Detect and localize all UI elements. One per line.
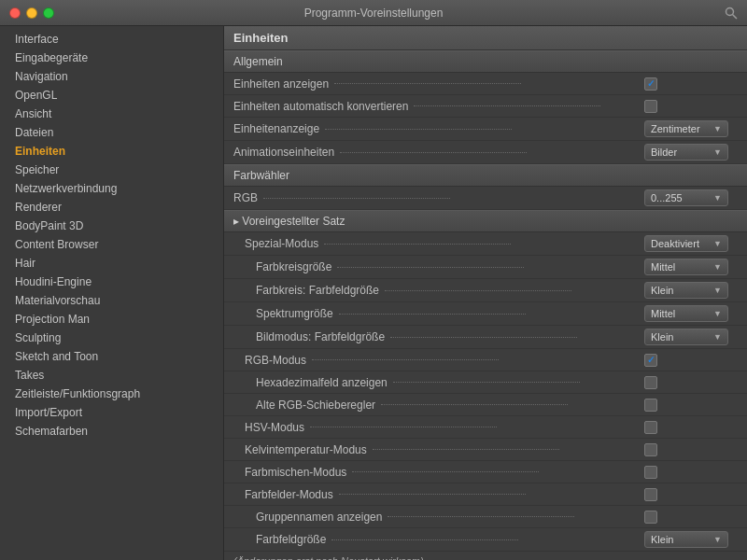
window-title: Programm-Voreinstellungen (304, 7, 444, 20)
chevron-down-icon: ▼ (708, 262, 722, 272)
svg-line-1 (733, 14, 738, 19)
farbfeldgroesse-select[interactable]: Klein ▼ (644, 531, 728, 548)
farbmischen-control (644, 466, 738, 479)
dotted-line (312, 359, 499, 360)
maximize-button[interactable] (43, 7, 54, 19)
rgb-select[interactable]: 0...255 ▼ (644, 189, 728, 206)
sidebar-item-sketchandtoon[interactable]: Sketch and Toon (0, 347, 223, 366)
rgb-row: RGB 0...255 ▼ (224, 187, 747, 210)
alte-rgb-row: Alte RGB-Schieberegler (224, 394, 747, 416)
sidebar-item-houdiniengine[interactable]: Houdini-Engine (0, 273, 223, 291)
hsv-modus-checkbox[interactable] (644, 421, 657, 434)
sidebar-item-eingabegeraete[interactable]: Eingabegeräte (0, 49, 223, 67)
sidebar-item-opengl[interactable]: OpenGL (0, 86, 223, 105)
farbkreisgroesse-control[interactable]: Mittel ▼ (644, 259, 738, 275)
chevron-down-icon: ▼ (708, 239, 722, 248)
sidebar-item-importexport[interactable]: Import/Export (0, 403, 223, 422)
einheiten-konvertieren-row: Einheiten automatisch konvertieren (224, 95, 747, 118)
sidebar-item-dateien[interactable]: Dateien (0, 123, 223, 142)
sidebar-item-renderer[interactable]: Renderer (0, 198, 223, 217)
farbkreis-farbfeld-select[interactable]: Klein ▼ (644, 282, 728, 299)
einheitenanzeige-control[interactable]: Zentimeter ▼ (644, 120, 738, 137)
minimize-button[interactable] (26, 7, 37, 19)
farbkreisgroesse-row: Farbkreisgröße Mittel ▼ (224, 256, 747, 279)
sidebar-item-ansicht[interactable]: Ansicht (0, 105, 223, 123)
close-button[interactable] (9, 7, 21, 19)
sidebar-item-interface[interactable]: Interface (0, 30, 223, 49)
sidebar: InterfaceEingabegeräteNavigationOpenGLAn… (0, 26, 224, 560)
sidebar-item-takes[interactable]: Takes (0, 366, 223, 385)
dotted-line (331, 539, 518, 540)
animationseinheiten-control[interactable]: Bilder ▼ (644, 144, 738, 161)
sidebar-item-zeitleiste[interactable]: Zeitleiste/Funktionsgraph (0, 385, 223, 403)
dotted-line (310, 427, 497, 427)
spektrumgroesse-label: Spektrumgröße (256, 307, 644, 320)
dotted-line (339, 314, 526, 315)
einheiten-anzeigen-label: Einheiten anzeigen (233, 77, 644, 91)
farbkreis-farbfeld-control[interactable]: Klein ▼ (644, 282, 738, 299)
hexadezimalfeld-control (644, 376, 738, 389)
dotted-line (324, 244, 511, 245)
sidebar-item-einheiten[interactable]: Einheiten (0, 142, 223, 161)
einheitenanzeige-row: Einheitenanzeige Zentimeter ▼ (224, 118, 747, 141)
window-controls[interactable] (9, 7, 54, 19)
sidebar-item-sculpting[interactable]: Sculpting (0, 329, 223, 347)
gruppennamen-checkbox[interactable] (644, 511, 657, 524)
titlebar: Programm-Voreinstellungen (0, 0, 747, 26)
search-icon[interactable] (723, 5, 740, 21)
farbfelder-modus-label: Farbfelder-Modus (245, 488, 644, 501)
einheiten-konvertieren-checkbox[interactable] (644, 100, 657, 113)
svg-point-0 (726, 7, 734, 15)
rgb-label: RGB (233, 191, 644, 204)
bildmodus-farbfeld-control[interactable]: Klein ▼ (644, 329, 738, 345)
kelvintemperatur-checkbox[interactable] (644, 443, 657, 456)
hsv-modus-control (644, 421, 738, 434)
farbmischen-row: Farbmischen-Modus (224, 461, 747, 483)
dotted-line (381, 404, 568, 405)
main-section-header: Einheiten (224, 26, 747, 50)
spezial-modus-row: Spezial-Modus Deaktiviert ▼ (224, 232, 747, 256)
sidebar-item-navigation[interactable]: Navigation (0, 67, 223, 86)
farbkreisgroesse-select[interactable]: Mittel ▼ (644, 259, 728, 275)
chevron-down-icon: ▼ (708, 193, 722, 203)
hsv-modus-row: HSV-Modus (224, 416, 747, 439)
einheiten-anzeigen-checkbox[interactable] (644, 77, 657, 91)
farbfeldgroesse-control[interactable]: Klein ▼ (644, 531, 738, 548)
chevron-down-icon: ▼ (708, 286, 722, 295)
farbkreis-farbfeld-row: Farbkreis: Farbfeldgröße Klein ▼ (224, 279, 747, 302)
alte-rgb-control (644, 399, 738, 412)
einheitenanzeige-select[interactable]: Zentimeter ▼ (644, 120, 728, 137)
sidebar-item-netzwerkverbindung[interactable]: Netzwerkverbindung (0, 179, 223, 198)
dotted-line (390, 337, 577, 338)
sidebar-item-schemafarben[interactable]: Schemafarben (0, 422, 223, 441)
einheitenanzeige-label: Einheitenanzeige (233, 122, 644, 135)
animationseinheiten-select[interactable]: Bilder ▼ (644, 144, 728, 161)
rgb-control[interactable]: 0...255 ▼ (644, 189, 738, 206)
dotted-line (325, 129, 512, 130)
dotted-line (340, 152, 527, 153)
spektrumgroesse-select[interactable]: Mittel ▼ (644, 305, 728, 322)
spektrumgroesse-control[interactable]: Mittel ▼ (644, 305, 738, 322)
gruppennamen-label: Gruppennamen anzeigen (256, 511, 644, 524)
farbmischen-checkbox[interactable] (644, 466, 657, 479)
hexadezimalfeld-label: Hexadezimalfeld anzeigen (256, 376, 644, 389)
sidebar-item-projectionman[interactable]: Projection Man (0, 310, 223, 329)
rgb-modus-control (644, 354, 738, 367)
sidebar-item-hair[interactable]: Hair (0, 254, 223, 273)
dotted-line (263, 198, 450, 199)
spezial-modus-control[interactable]: Deaktiviert ▼ (644, 235, 738, 252)
sidebar-item-bodypaint3d[interactable]: BodyPaint 3D (0, 217, 223, 235)
sidebar-item-speicher[interactable]: Speicher (0, 161, 223, 179)
rgb-modus-checkbox[interactable] (644, 354, 657, 367)
spektrumgroesse-row: Spektrumgröße Mittel ▼ (224, 302, 747, 326)
chevron-down-icon: ▼ (708, 309, 722, 318)
bildmodus-farbfeld-select[interactable]: Klein ▼ (644, 329, 728, 345)
kelvintemperatur-label: Kelvintemperatur-Modus (245, 443, 644, 456)
voreingestellter-satz-header[interactable]: ▸ Voreingestellter Satz (224, 210, 747, 232)
alte-rgb-checkbox[interactable] (644, 399, 657, 412)
farbfelder-modus-checkbox[interactable] (644, 488, 657, 501)
sidebar-item-contentbrowser[interactable]: Content Browser (0, 235, 223, 254)
spezial-modus-select[interactable]: Deaktiviert ▼ (644, 235, 728, 252)
hexadezimalfeld-checkbox[interactable] (644, 376, 657, 389)
sidebar-item-materialvorschau[interactable]: Materialvorschau (0, 291, 223, 310)
